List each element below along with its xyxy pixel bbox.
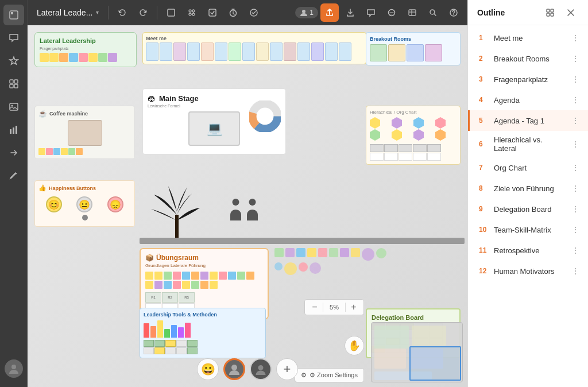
search-button[interactable] bbox=[424, 3, 442, 22]
zoom-controls-row: − 5% + bbox=[304, 299, 364, 315]
leadership-tools-section: Leadership Tools & Methoden bbox=[140, 308, 266, 358]
canvas-area[interactable]: Lateral Leadership Fragenparkplatz Meet … bbox=[28, 25, 467, 387]
chat-button[interactable] bbox=[382, 3, 401, 22]
small-table bbox=[370, 144, 457, 161]
outline-item-num: 11 bbox=[479, 246, 489, 254]
undo-button[interactable] bbox=[113, 3, 131, 22]
user-avatar-bottom-1[interactable] bbox=[223, 358, 245, 380]
card-9 bbox=[256, 42, 269, 61]
user-avatar-bottom-2[interactable] bbox=[250, 358, 272, 380]
document-title[interactable]: Lateral Leade... ▾ bbox=[32, 6, 103, 20]
redo-button[interactable] bbox=[134, 3, 152, 22]
emoji-button-1[interactable]: 😀 bbox=[197, 358, 219, 380]
layout-button[interactable] bbox=[183, 3, 201, 22]
svg-point-16 bbox=[192, 13, 195, 16]
svg-point-38 bbox=[258, 365, 264, 370]
table-button[interactable] bbox=[403, 3, 421, 22]
delegation-board-title: Delegation Board bbox=[372, 314, 455, 321]
zoom-plus-button[interactable]: + bbox=[348, 301, 359, 313]
hex-grid bbox=[370, 117, 457, 141]
bar-chart bbox=[144, 320, 262, 338]
toolbar-separator-1 bbox=[108, 6, 109, 20]
add-button[interactable]: + bbox=[276, 358, 298, 380]
uebungsraum-stickies-right bbox=[274, 248, 389, 275]
svg-point-13 bbox=[189, 10, 191, 12]
star-sidebar-icon[interactable] bbox=[3, 51, 24, 71]
outline-item-more-button[interactable]: ⋮ bbox=[570, 73, 581, 85]
sticky-4 bbox=[69, 53, 78, 62]
svg-rect-41 bbox=[547, 13, 550, 16]
canvas-separator bbox=[140, 238, 465, 244]
minimap bbox=[371, 322, 463, 382]
outline-item-9[interactable]: 9 Delegation Board ⋮ bbox=[468, 199, 588, 219]
timer-button[interactable] bbox=[224, 3, 242, 22]
panel-view-toggle-button[interactable] bbox=[542, 5, 558, 21]
outline-item-10[interactable]: 10 Team-Skill-Matrix ⋮ bbox=[468, 219, 588, 240]
happy-btn[interactable]: 😊 bbox=[46, 196, 62, 212]
outline-item-more-button[interactable]: ⋮ bbox=[570, 203, 581, 215]
outline-item-more-button[interactable]: ⋮ bbox=[570, 94, 581, 106]
neutral-btn[interactable]: 😐 bbox=[76, 196, 92, 212]
zoom-minus-button[interactable]: − bbox=[309, 301, 320, 313]
svg-point-37 bbox=[231, 365, 237, 370]
pen-sidebar-icon[interactable] bbox=[3, 165, 24, 186]
outline-item-2[interactable]: 2 Breakout Rooms ⋮ bbox=[468, 48, 588, 69]
frame-button[interactable] bbox=[162, 3, 180, 22]
download-button[interactable] bbox=[341, 3, 359, 22]
outline-item-3[interactable]: 3 Fragenparkplatz ⋮ bbox=[468, 69, 588, 90]
outline-item-12[interactable]: 12 Human Motivators ⋮ bbox=[468, 261, 588, 281]
comments-sidebar-icon[interactable] bbox=[3, 28, 24, 48]
outline-item-more-button[interactable]: ⋮ bbox=[570, 138, 581, 150]
outline-item-label: Breakout Rooms bbox=[494, 55, 565, 63]
toolbar-right: 1 bbox=[295, 3, 463, 22]
outline-item-4[interactable]: 4 Agenda ⋮ bbox=[468, 90, 588, 110]
image-sidebar-icon[interactable] bbox=[3, 96, 24, 117]
outline-item-more-button[interactable]: ⋮ bbox=[570, 115, 581, 126]
outline-item-more-button[interactable]: ⋮ bbox=[570, 162, 581, 173]
svg-point-31 bbox=[453, 14, 454, 14]
checkbox-button[interactable] bbox=[203, 3, 222, 22]
grid-sidebar-icon[interactable] bbox=[3, 73, 24, 94]
uebungsraum-title: Übungsraum bbox=[156, 254, 199, 262]
share-button[interactable] bbox=[320, 3, 339, 22]
user-count-badge[interactable]: 1 bbox=[295, 7, 318, 18]
outline-item-num: 5 bbox=[479, 117, 489, 125]
outline-item-7[interactable]: 7 Org Chart ⋮ bbox=[468, 157, 588, 178]
outline-item-num: 12 bbox=[479, 267, 489, 275]
meet-me-label: Meet me bbox=[146, 36, 363, 41]
panel-close-button[interactable] bbox=[563, 5, 579, 21]
chart-sidebar-icon[interactable] bbox=[3, 119, 24, 140]
outline-item-more-button[interactable]: ⋮ bbox=[570, 224, 581, 235]
card-12 bbox=[297, 42, 310, 61]
outline-item-8[interactable]: 8 Ziele von Führung ⋮ bbox=[468, 178, 588, 199]
pages-icon[interactable] bbox=[3, 5, 24, 25]
svg-rect-6 bbox=[10, 103, 18, 110]
outline-item-5[interactable]: 5 Agenda - Tag 1 ⋮ bbox=[468, 110, 588, 131]
check-button[interactable] bbox=[245, 3, 263, 22]
outline-item-1[interactable]: 1 Meet me ⋮ bbox=[468, 28, 588, 48]
outline-item-more-button[interactable]: ⋮ bbox=[570, 53, 581, 64]
zoom-settings-button[interactable]: ⚙ ⚙ Zoom Settings bbox=[295, 368, 364, 382]
outline-item-more-button[interactable]: ⋮ bbox=[570, 265, 581, 277]
card-15 bbox=[339, 42, 351, 61]
svg-point-11 bbox=[11, 365, 16, 369]
svg-point-15 bbox=[189, 13, 191, 16]
outline-item-more-button[interactable]: ⋮ bbox=[570, 183, 581, 194]
user-avatar[interactable] bbox=[5, 359, 23, 378]
arrow-sidebar-icon[interactable] bbox=[3, 142, 24, 163]
zoom-sep-1 bbox=[323, 303, 323, 312]
comment-button[interactable] bbox=[362, 3, 380, 22]
outline-item-11[interactable]: 11 Retrospektive ⋮ bbox=[468, 240, 588, 261]
svg-rect-9 bbox=[13, 127, 14, 134]
card-3 bbox=[173, 42, 186, 61]
hand-tool-button[interactable]: ✋ bbox=[345, 336, 364, 355]
outline-item-6[interactable]: 6 Hierachical vs. Lateral ⋮ bbox=[468, 131, 588, 157]
svg-point-7 bbox=[11, 105, 13, 107]
help-button[interactable] bbox=[444, 3, 463, 22]
outline-item-label: Retrospektive bbox=[494, 246, 565, 255]
unhappy-btn[interactable]: 😞 bbox=[107, 196, 123, 212]
happiness-section: 👍 Happiness Buttons 😊 😐 😞 bbox=[34, 180, 135, 227]
outline-item-more-button[interactable]: ⋮ bbox=[570, 32, 581, 44]
outline-item-more-button[interactable]: ⋮ bbox=[570, 245, 581, 256]
outline-item-label: Fragenparkplatz bbox=[494, 75, 565, 84]
